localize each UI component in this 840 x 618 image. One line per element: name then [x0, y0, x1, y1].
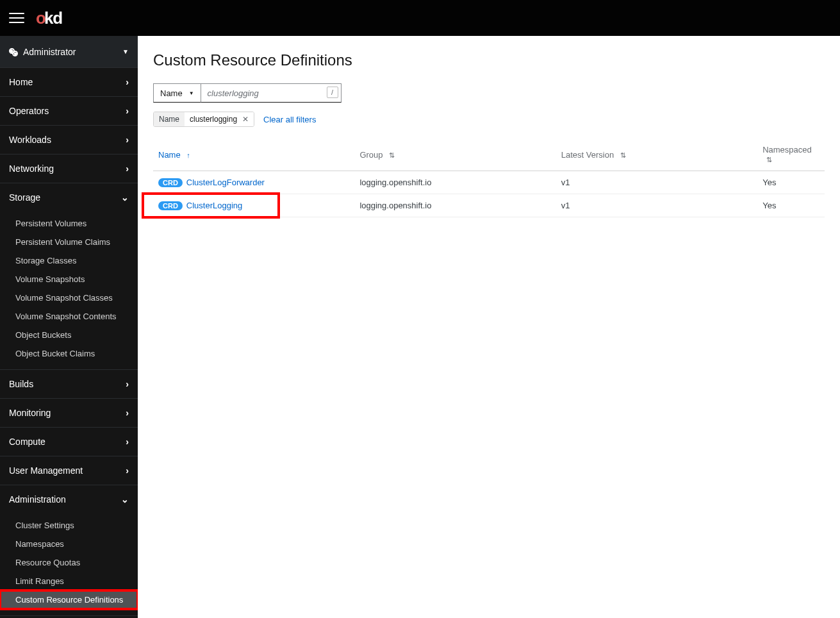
filter-input[interactable] — [201, 84, 341, 102]
nav-sub-item-limit-ranges[interactable]: Limit Ranges — [0, 572, 138, 590]
nav-item-label: Operators — [9, 106, 126, 116]
col-group-header[interactable]: Group ⇅ — [354, 138, 556, 171]
chevron-right-icon: › — [126, 135, 129, 145]
nav-item-label: Storage — [9, 192, 121, 203]
table-header-row: Name ↑ Group ⇅ Latest Version ⇅ Namespac… — [153, 138, 825, 171]
sort-none-icon: ⇅ — [766, 156, 772, 163]
filter-chips-row: Name clusterlogging ✕ Clear all filters — [153, 112, 825, 127]
main-content: Custom Resource Definitions Name ▼ / Nam… — [138, 36, 840, 618]
filter-input-wrap: / — [201, 83, 342, 103]
sort-asc-icon: ↑ — [186, 151, 190, 159]
nav-item-label: Compute — [9, 437, 126, 447]
logo-kd: kd — [44, 8, 62, 28]
nav-item-administration[interactable]: Administration⌄ — [0, 485, 138, 514]
chevron-right-icon: › — [126, 163, 129, 174]
nav-item-operators[interactable]: Operators› — [0, 97, 138, 125]
sidebar: Administrator ▼ Home›Operators›Workloads… — [0, 36, 138, 618]
cell-name: CRDClusterLogForwarder — [153, 171, 354, 194]
resource-badge: CRD — [158, 178, 183, 187]
nav-sub-item-volume-snapshots[interactable]: Volume Snapshots — [0, 270, 138, 288]
nav-section: Networking› — [0, 154, 138, 183]
crd-table: Name ↑ Group ⇅ Latest Version ⇅ Namespac… — [153, 138, 825, 217]
body-row: Administrator ▼ Home›Operators›Workloads… — [0, 36, 840, 618]
nav-item-storage[interactable]: Storage⌄ — [0, 183, 138, 212]
col-ns-header[interactable]: Namespaced ⇅ — [757, 138, 825, 171]
chevron-right-icon: › — [126, 379, 129, 389]
cell-version: v1 — [556, 171, 757, 194]
chevron-down-icon: ⌄ — [121, 192, 129, 203]
cell-group: logging.openshift.io — [354, 171, 556, 194]
nav-item-monitoring[interactable]: Monitoring› — [0, 399, 138, 427]
page-title: Custom Resource Definitions — [153, 51, 825, 69]
masthead: o kd — [0, 0, 840, 36]
chevron-right-icon: › — [126, 408, 129, 418]
nav-toggle-button[interactable] — [9, 10, 24, 26]
nav-item-label: Networking — [9, 163, 126, 174]
table-row: CRDClusterLogForwarderlogging.openshift.… — [153, 171, 825, 194]
chip-remove-button[interactable]: ✕ — [241, 112, 254, 126]
resource-link[interactable]: ClusterLogForwarder — [186, 178, 265, 187]
nav-section: Administration⌄Cluster SettingsNamespace… — [0, 485, 138, 616]
nav-item-networking[interactable]: Networking› — [0, 154, 138, 183]
nav-item-label: Home — [9, 77, 126, 87]
chevron-right-icon: › — [126, 77, 129, 87]
caret-down-icon: ▼ — [189, 90, 194, 96]
nav-item-label: User Management — [9, 465, 126, 476]
nav-sub-list: Persistent VolumesPersistent Volume Clai… — [0, 212, 138, 369]
nav-sub-item-persistent-volumes[interactable]: Persistent Volumes — [0, 214, 138, 233]
chip-label: Name — [154, 112, 185, 126]
nav-sub-item-cluster-settings[interactable]: Cluster Settings — [0, 516, 138, 535]
clear-all-filters-link[interactable]: Clear all filters — [263, 115, 316, 124]
nav-sub-item-namespaces[interactable]: Namespaces — [0, 535, 138, 553]
perspective-switcher[interactable]: Administrator ▼ — [0, 36, 138, 68]
nav-section: Compute› — [0, 428, 138, 456]
chevron-right-icon: › — [126, 106, 129, 116]
cell-name: CRDClusterLogging — [153, 194, 354, 217]
filter-type-dropdown[interactable]: Name ▼ — [153, 83, 201, 103]
chevron-right-icon: › — [126, 465, 129, 476]
resource-badge: CRD — [158, 201, 183, 210]
nav-section: User Management› — [0, 456, 138, 485]
nav-sub-item-object-bucket-claims[interactable]: Object Bucket Claims — [0, 344, 138, 363]
brand-logo: o kd — [36, 8, 62, 28]
nav-sub-list: Cluster SettingsNamespacesResource Quota… — [0, 514, 138, 615]
nav-sub-item-persistent-volume-claims[interactable]: Persistent Volume Claims — [0, 233, 138, 251]
nav-sub-item-volume-snapshot-contents[interactable]: Volume Snapshot Contents — [0, 307, 138, 326]
filter-type-label: Name — [160, 88, 183, 98]
nav-section: Monitoring› — [0, 399, 138, 428]
cell-group: logging.openshift.io — [354, 194, 556, 217]
keyboard-shortcut-badge: / — [327, 87, 338, 98]
col-name-header[interactable]: Name ↑ — [153, 138, 354, 171]
table-row: CRDClusterLogginglogging.openshift.iov1Y… — [153, 194, 825, 217]
nav-section: Operators› — [0, 97, 138, 126]
nav-item-label: Monitoring — [9, 408, 126, 418]
nav-section: Builds› — [0, 370, 138, 399]
caret-down-icon: ▼ — [122, 48, 129, 55]
nav-sub-item-storage-classes[interactable]: Storage Classes — [0, 251, 138, 270]
nav-item-workloads[interactable]: Workloads› — [0, 126, 138, 154]
chevron-down-icon: ⌄ — [121, 494, 129, 505]
sort-none-icon: ⇅ — [389, 151, 395, 159]
nav-item-user-management[interactable]: User Management› — [0, 456, 138, 485]
nav-sub-item-custom-resource-definitions[interactable]: Custom Resource Definitions — [0, 590, 138, 609]
resource-link[interactable]: ClusterLogging — [186, 201, 242, 210]
nav-sub-item-object-buckets[interactable]: Object Buckets — [0, 326, 138, 344]
nav-item-label: Builds — [9, 379, 126, 389]
chip-value: clusterlogging — [185, 112, 241, 126]
nav-item-builds[interactable]: Builds› — [0, 370, 138, 398]
col-version-header[interactable]: Latest Version ⇅ — [556, 138, 757, 171]
cell-version: v1 — [556, 194, 757, 217]
nav-section: Home› — [0, 68, 138, 97]
nav-item-label: Administration — [9, 494, 121, 505]
nav-item-home[interactable]: Home› — [0, 68, 138, 96]
nav-item-compute[interactable]: Compute› — [0, 428, 138, 456]
nav-section: Storage⌄Persistent VolumesPersistent Vol… — [0, 183, 138, 370]
cell-namespaced: Yes — [757, 171, 825, 194]
sort-none-icon: ⇅ — [620, 151, 626, 159]
chevron-right-icon: › — [126, 437, 129, 447]
nav-sub-item-resource-quotas[interactable]: Resource Quotas — [0, 553, 138, 572]
nav-section: Workloads› — [0, 126, 138, 154]
nav-sub-item-volume-snapshot-classes[interactable]: Volume Snapshot Classes — [0, 288, 138, 307]
cell-namespaced: Yes — [757, 194, 825, 217]
perspective-label: Administrator — [23, 47, 122, 57]
